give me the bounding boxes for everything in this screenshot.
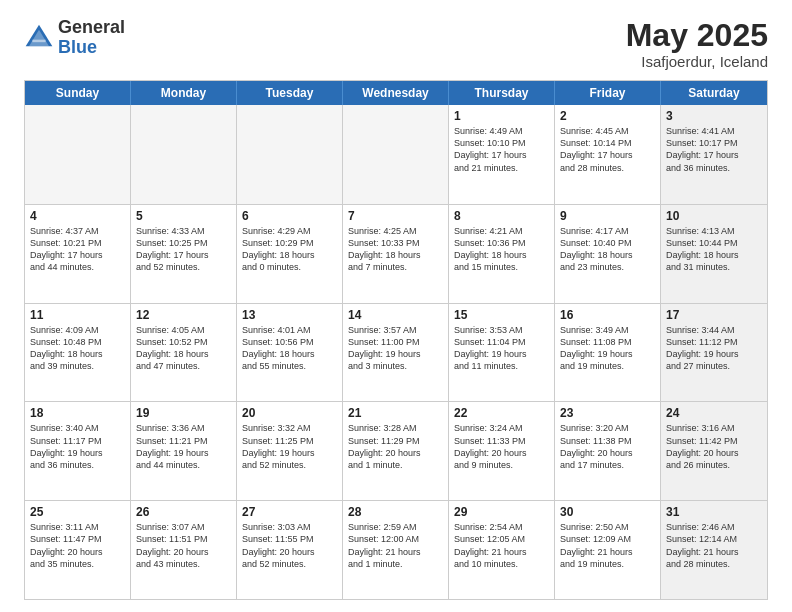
calendar-row-1: 1Sunrise: 4:49 AMSunset: 10:10 PMDayligh… [25, 105, 767, 204]
day-number: 31 [666, 505, 762, 519]
header-saturday: Saturday [661, 81, 767, 105]
header-monday: Monday [131, 81, 237, 105]
day-number: 13 [242, 308, 337, 322]
calendar-row-2: 4Sunrise: 4:37 AMSunset: 10:21 PMDayligh… [25, 204, 767, 303]
logo: General Blue [24, 18, 125, 58]
calendar-cell-16: 16Sunrise: 3:49 AMSunset: 11:08 PMDaylig… [555, 304, 661, 402]
calendar-cell-6: 6Sunrise: 4:29 AMSunset: 10:29 PMDayligh… [237, 205, 343, 303]
calendar-cell-27: 27Sunrise: 3:03 AMSunset: 11:55 PMDaylig… [237, 501, 343, 599]
cell-info: Sunrise: 4:37 AMSunset: 10:21 PMDaylight… [30, 225, 125, 274]
cell-info: Sunrise: 2:54 AMSunset: 12:05 AMDaylight… [454, 521, 549, 570]
cell-info: Sunrise: 3:07 AMSunset: 11:51 PMDaylight… [136, 521, 231, 570]
day-number: 21 [348, 406, 443, 420]
cell-info: Sunrise: 4:01 AMSunset: 10:56 PMDaylight… [242, 324, 337, 373]
day-number: 11 [30, 308, 125, 322]
day-number: 29 [454, 505, 549, 519]
cell-info: Sunrise: 3:11 AMSunset: 11:47 PMDaylight… [30, 521, 125, 570]
calendar-row-4: 18Sunrise: 3:40 AMSunset: 11:17 PMDaylig… [25, 401, 767, 500]
day-number: 2 [560, 109, 655, 123]
calendar-row-5: 25Sunrise: 3:11 AMSunset: 11:47 PMDaylig… [25, 500, 767, 599]
calendar-cell-14: 14Sunrise: 3:57 AMSunset: 11:00 PMDaylig… [343, 304, 449, 402]
day-number: 20 [242, 406, 337, 420]
svg-rect-2 [32, 39, 45, 42]
location: Isafjoerdur, Iceland [626, 53, 768, 70]
calendar-cell-26: 26Sunrise: 3:07 AMSunset: 11:51 PMDaylig… [131, 501, 237, 599]
calendar-cell-28: 28Sunrise: 2:59 AMSunset: 12:00 AMDaylig… [343, 501, 449, 599]
day-number: 22 [454, 406, 549, 420]
day-number: 4 [30, 209, 125, 223]
cell-info: Sunrise: 3:20 AMSunset: 11:38 PMDaylight… [560, 422, 655, 471]
header-thursday: Thursday [449, 81, 555, 105]
calendar-cell-8: 8Sunrise: 4:21 AMSunset: 10:36 PMDayligh… [449, 205, 555, 303]
day-number: 28 [348, 505, 443, 519]
calendar-header: SundayMondayTuesdayWednesdayThursdayFrid… [25, 81, 767, 105]
calendar-cell-25: 25Sunrise: 3:11 AMSunset: 11:47 PMDaylig… [25, 501, 131, 599]
calendar-cell-19: 19Sunrise: 3:36 AMSunset: 11:21 PMDaylig… [131, 402, 237, 500]
day-number: 10 [666, 209, 762, 223]
calendar-cell-empty-1 [131, 105, 237, 204]
cell-info: Sunrise: 4:25 AMSunset: 10:33 PMDaylight… [348, 225, 443, 274]
day-number: 5 [136, 209, 231, 223]
cell-info: Sunrise: 4:21 AMSunset: 10:36 PMDaylight… [454, 225, 549, 274]
calendar-cell-7: 7Sunrise: 4:25 AMSunset: 10:33 PMDayligh… [343, 205, 449, 303]
calendar-row-3: 11Sunrise: 4:09 AMSunset: 10:48 PMDaylig… [25, 303, 767, 402]
cell-info: Sunrise: 2:59 AMSunset: 12:00 AMDaylight… [348, 521, 443, 570]
header-tuesday: Tuesday [237, 81, 343, 105]
title-block: May 2025 Isafjoerdur, Iceland [626, 18, 768, 70]
calendar-cell-30: 30Sunrise: 2:50 AMSunset: 12:09 AMDaylig… [555, 501, 661, 599]
cell-info: Sunrise: 4:45 AMSunset: 10:14 PMDaylight… [560, 125, 655, 174]
calendar-cell-20: 20Sunrise: 3:32 AMSunset: 11:25 PMDaylig… [237, 402, 343, 500]
cell-info: Sunrise: 4:41 AMSunset: 10:17 PMDaylight… [666, 125, 762, 174]
logo-general: General [58, 18, 125, 38]
header-friday: Friday [555, 81, 661, 105]
calendar-cell-1: 1Sunrise: 4:49 AMSunset: 10:10 PMDayligh… [449, 105, 555, 204]
cell-info: Sunrise: 3:40 AMSunset: 11:17 PMDaylight… [30, 422, 125, 471]
day-number: 24 [666, 406, 762, 420]
day-number: 23 [560, 406, 655, 420]
cell-info: Sunrise: 3:16 AMSunset: 11:42 PMDaylight… [666, 422, 762, 471]
calendar-cell-17: 17Sunrise: 3:44 AMSunset: 11:12 PMDaylig… [661, 304, 767, 402]
cell-info: Sunrise: 4:05 AMSunset: 10:52 PMDaylight… [136, 324, 231, 373]
cell-info: Sunrise: 4:49 AMSunset: 10:10 PMDaylight… [454, 125, 549, 174]
logo-blue: Blue [58, 38, 125, 58]
day-number: 14 [348, 308, 443, 322]
header-wednesday: Wednesday [343, 81, 449, 105]
calendar-cell-15: 15Sunrise: 3:53 AMSunset: 11:04 PMDaylig… [449, 304, 555, 402]
day-number: 9 [560, 209, 655, 223]
calendar-body: 1Sunrise: 4:49 AMSunset: 10:10 PMDayligh… [25, 105, 767, 599]
calendar-cell-3: 3Sunrise: 4:41 AMSunset: 10:17 PMDayligh… [661, 105, 767, 204]
cell-info: Sunrise: 3:03 AMSunset: 11:55 PMDaylight… [242, 521, 337, 570]
day-number: 19 [136, 406, 231, 420]
day-number: 12 [136, 308, 231, 322]
calendar-cell-29: 29Sunrise: 2:54 AMSunset: 12:05 AMDaylig… [449, 501, 555, 599]
calendar-cell-24: 24Sunrise: 3:16 AMSunset: 11:42 PMDaylig… [661, 402, 767, 500]
calendar-cell-2: 2Sunrise: 4:45 AMSunset: 10:14 PMDayligh… [555, 105, 661, 204]
day-number: 25 [30, 505, 125, 519]
day-number: 16 [560, 308, 655, 322]
day-number: 26 [136, 505, 231, 519]
calendar-cell-22: 22Sunrise: 3:24 AMSunset: 11:33 PMDaylig… [449, 402, 555, 500]
cell-info: Sunrise: 3:53 AMSunset: 11:04 PMDaylight… [454, 324, 549, 373]
calendar-cell-12: 12Sunrise: 4:05 AMSunset: 10:52 PMDaylig… [131, 304, 237, 402]
day-number: 17 [666, 308, 762, 322]
cell-info: Sunrise: 3:36 AMSunset: 11:21 PMDaylight… [136, 422, 231, 471]
month-title: May 2025 [626, 18, 768, 53]
calendar-cell-empty-2 [237, 105, 343, 204]
header-sunday: Sunday [25, 81, 131, 105]
cell-info: Sunrise: 4:29 AMSunset: 10:29 PMDaylight… [242, 225, 337, 274]
cell-info: Sunrise: 3:28 AMSunset: 11:29 PMDaylight… [348, 422, 443, 471]
day-number: 3 [666, 109, 762, 123]
calendar-cell-4: 4Sunrise: 4:37 AMSunset: 10:21 PMDayligh… [25, 205, 131, 303]
cell-info: Sunrise: 4:13 AMSunset: 10:44 PMDaylight… [666, 225, 762, 274]
cell-info: Sunrise: 3:24 AMSunset: 11:33 PMDaylight… [454, 422, 549, 471]
cell-info: Sunrise: 3:49 AMSunset: 11:08 PMDaylight… [560, 324, 655, 373]
calendar-cell-31: 31Sunrise: 2:46 AMSunset: 12:14 AMDaylig… [661, 501, 767, 599]
calendar-cell-18: 18Sunrise: 3:40 AMSunset: 11:17 PMDaylig… [25, 402, 131, 500]
day-number: 6 [242, 209, 337, 223]
cell-info: Sunrise: 3:32 AMSunset: 11:25 PMDaylight… [242, 422, 337, 471]
cell-info: Sunrise: 4:09 AMSunset: 10:48 PMDaylight… [30, 324, 125, 373]
day-number: 7 [348, 209, 443, 223]
cell-info: Sunrise: 4:33 AMSunset: 10:25 PMDaylight… [136, 225, 231, 274]
cell-info: Sunrise: 3:44 AMSunset: 11:12 PMDaylight… [666, 324, 762, 373]
calendar-cell-10: 10Sunrise: 4:13 AMSunset: 10:44 PMDaylig… [661, 205, 767, 303]
